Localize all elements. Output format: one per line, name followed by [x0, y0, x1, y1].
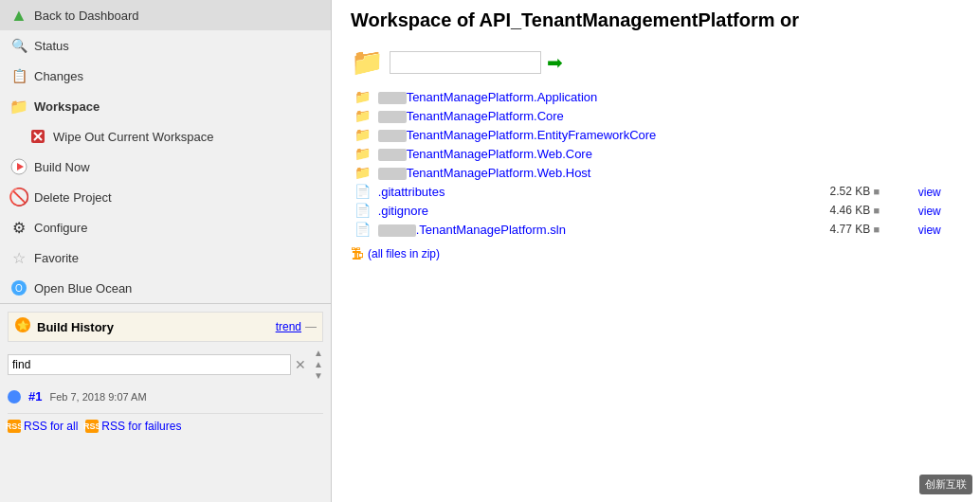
rss-all-label: RSS for all [24, 420, 78, 433]
redacted-text [378, 224, 416, 237]
build-search-clear-button[interactable]: ✕ [291, 357, 310, 372]
gear-icon: ⚙ [9, 218, 28, 237]
size-icon: ■ [874, 186, 880, 197]
table-row: 📄 .TenantManagePlatform.sln 4.77 KB ■ vi… [351, 220, 961, 239]
sidebar-item-status[interactable]: 🔍 Status [0, 30, 331, 61]
build-history-dash: — [305, 320, 317, 333]
folder-icon: 📁 [354, 127, 371, 142]
table-row: 📁 TenantManagePlatform.Core [351, 106, 961, 125]
redacted-text [378, 130, 407, 142]
build-nav-down-arrow[interactable]: ▼ [314, 370, 323, 382]
folder-large-icon: 📁 [351, 46, 384, 78]
zip-icon: 🗜 [351, 246, 364, 261]
file-link[interactable]: TenantManagePlatform.Core [378, 109, 564, 123]
zip-row: 🗜 (all files in zip) [351, 246, 961, 261]
table-row: 📁 TenantManagePlatform.Web.Host [351, 163, 961, 182]
folder-icon: 📁 [354, 89, 371, 104]
rss-row: RSS RSS for all RSS RSS for failures [8, 413, 323, 433]
build-history-header: ⭐ Build History trend — [8, 312, 323, 342]
file-browser: 📁 ➡ 📁 TenantManagePlatform.Application [351, 46, 961, 261]
sidebar-item-wipe-label: Wipe Out Current Workspace [53, 130, 214, 144]
folder-icon: 📁 [354, 146, 371, 161]
build-nav-arrows: ▲ ▲ ▼ [314, 348, 323, 382]
build-nav-up2-arrow[interactable]: ▲ [314, 359, 323, 370]
sidebar-nav: ▲ Back to Dashboard 🔍 Status 📋 Changes 📁… [0, 0, 331, 304]
sidebar-item-delete-project[interactable]: 🚫 Delete Project [0, 182, 331, 212]
path-go-button[interactable]: ➡ [547, 51, 563, 74]
build-search-row: ✕ ▲ ▲ ▼ [8, 348, 323, 382]
zip-link[interactable]: 🗜 (all files in zip) [351, 246, 961, 261]
build-history-icon: ⭐ [14, 316, 31, 337]
file-icon: 📄 [354, 203, 371, 218]
rss-all-link[interactable]: RSS RSS for all [8, 420, 78, 433]
search-icon: 🔍 [9, 36, 28, 55]
file-table: 📁 TenantManagePlatform.Application 📁 Ten… [351, 87, 961, 239]
sidebar-item-wipe-workspace[interactable]: Wipe Out Current Workspace [0, 121, 331, 152]
file-link[interactable]: TenantManagePlatform.Application [378, 90, 598, 104]
table-row: 📄 .gitignore 4.46 KB ■ view [351, 201, 961, 220]
svg-text:⭐: ⭐ [17, 319, 29, 332]
rss-all-icon: RSS [8, 420, 21, 433]
ocean-icon: O [9, 278, 28, 297]
changes-icon: 📋 [9, 66, 28, 85]
view-link[interactable]: view [918, 205, 941, 218]
build-date: Feb 7, 2018 9:07 AM [49, 391, 146, 403]
sidebar-item-back-to-dashboard[interactable]: ▲ Back to Dashboard [0, 0, 331, 30]
build-history-section: ⭐ Build History trend — ✕ ▲ ▲ ▼ #1 Feb 7… [0, 304, 331, 502]
path-input[interactable] [390, 51, 541, 74]
redacted-text [378, 149, 407, 161]
folder-icon: 📁 [354, 108, 371, 123]
sidebar-item-back-label: Back to Dashboard [34, 9, 139, 23]
sidebar-item-delete-label: Delete Project [34, 190, 112, 205]
sidebar-item-configure[interactable]: ⚙ Configure [0, 212, 331, 242]
build-nav-up-arrow[interactable]: ▲ [314, 348, 323, 359]
sidebar-item-build-now[interactable]: Build Now [0, 152, 331, 182]
file-link[interactable]: TenantManagePlatform.EntityFrameworkCore [378, 128, 657, 142]
table-row: 📄 .gitattributes 2.52 KB ■ view [351, 182, 961, 201]
rss-failures-link[interactable]: RSS RSS for failures [85, 420, 181, 433]
sidebar-item-workspace-label: Workspace [34, 99, 100, 114]
file-link[interactable]: .TenantManagePlatform.sln [378, 223, 566, 237]
redacted-text [378, 111, 407, 123]
sidebar-item-status-label: Status [34, 39, 69, 53]
file-link[interactable]: .gitattributes [378, 185, 445, 199]
build-item: #1 Feb 7, 2018 9:07 AM [8, 387, 323, 405]
rss-failures-icon: RSS [85, 420, 99, 433]
sidebar-item-favorite-label: Favorite [34, 251, 79, 265]
wipe-icon [28, 127, 47, 146]
build-history-trend-link[interactable]: trend [276, 320, 301, 333]
sidebar-item-ocean-label: Open Blue Ocean [34, 281, 132, 296]
delete-icon: 🚫 [9, 188, 28, 206]
file-link[interactable]: TenantManagePlatform.Web.Host [378, 166, 591, 180]
file-icon: 📄 [354, 222, 371, 237]
view-link[interactable]: view [918, 186, 941, 199]
redacted-text [378, 92, 407, 104]
svg-text:O: O [15, 283, 23, 294]
file-size: 4.46 KB ■ [826, 201, 915, 220]
star-icon: ☆ [9, 248, 28, 267]
main-content: Workspace of API_TenantManagementPlatfor… [332, 0, 980, 502]
file-size: 4.77 KB ■ [826, 220, 915, 239]
sidebar-item-blue-ocean[interactable]: O Open Blue Ocean [0, 273, 331, 303]
file-icon: 📄 [354, 184, 371, 199]
view-link[interactable]: view [918, 224, 941, 237]
file-link[interactable]: TenantManagePlatform.Web.Core [378, 147, 592, 161]
sidebar-item-build-label: Build Now [34, 160, 90, 174]
build-number-link[interactable]: #1 [28, 389, 42, 403]
sidebar-item-changes-label: Changes [34, 69, 83, 83]
sidebar-item-workspace[interactable]: 📁 Workspace [0, 91, 331, 121]
table-row: 📁 TenantManagePlatform.Web.Core [351, 144, 961, 163]
build-search-input[interactable] [8, 354, 291, 375]
build-history-title: Build History [37, 320, 276, 334]
build-icon [9, 157, 28, 176]
redacted-text [378, 168, 407, 180]
file-link[interactable]: .gitignore [378, 204, 428, 218]
folder-icon: 📁 [9, 97, 28, 116]
zip-label: (all files in zip) [368, 247, 440, 260]
sidebar-item-configure-label: Configure [34, 221, 87, 235]
sidebar: ▲ Back to Dashboard 🔍 Status 📋 Changes 📁… [0, 0, 332, 502]
rss-failures-label: RSS for failures [101, 420, 181, 433]
sidebar-item-changes[interactable]: 📋 Changes [0, 61, 331, 91]
sidebar-item-favorite[interactable]: ☆ Favorite [0, 242, 331, 273]
size-icon: ■ [874, 205, 880, 216]
